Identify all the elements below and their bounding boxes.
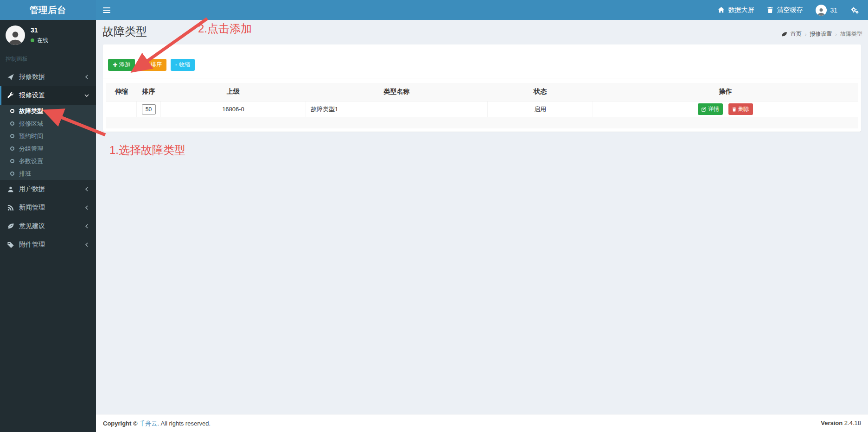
sort-value-input[interactable] (142, 104, 156, 114)
col-header-type-name: 类型名称 (306, 83, 488, 102)
app-logo[interactable]: 管理后台 (0, 0, 96, 20)
copyright-text: Copyright © 千舟云. All rights reserved. (103, 420, 211, 427)
sidebar-item-repair-settings[interactable]: 报修设置 (0, 86, 96, 105)
version-text: Version 2.4.18 (821, 419, 861, 426)
breadcrumb-separator: › (835, 32, 837, 37)
big-screen-link[interactable]: 数据大屏 (711, 0, 760, 20)
fault-type-table: 伸缩 排序 上级 类型名称 状态 操作 16806-0 (106, 83, 858, 128)
paper-plane-icon (7, 74, 14, 81)
edit-icon (702, 107, 706, 112)
sidebar-avatar (6, 25, 25, 45)
chevron-down-icon (83, 94, 90, 97)
fault-type-card: ✚ 添加 排序 - 收缩 伸缩 排序 (103, 44, 861, 132)
submenu-item-shift[interactable]: 排班 (0, 167, 96, 180)
submenu-item-repair-area[interactable]: 报修区域 (0, 117, 96, 130)
chevron-left-icon (83, 224, 90, 229)
big-screen-label: 数据大屏 (728, 6, 754, 14)
breadcrumb-section[interactable]: 报修设置 (810, 30, 832, 38)
brand-link[interactable]: 千舟云 (139, 420, 157, 427)
table-container: 伸缩 排序 上级 类型名称 状态 操作 16806-0 (103, 78, 861, 128)
table-row: 16806-0 故障类型1 启用 详情 删除 (106, 102, 858, 117)
circle-o-icon (10, 134, 14, 138)
main-header: 管理后台 数据大屏 清空缓存 31 (0, 0, 868, 20)
cell-stretch (106, 102, 137, 117)
chevron-left-icon (83, 75, 90, 79)
leaf-icon (7, 223, 14, 229)
submenu-item-param-settings[interactable]: 参数设置 (0, 155, 96, 167)
clear-cache-label: 清空缓存 (777, 6, 803, 14)
plus-icon: ✚ (113, 62, 117, 68)
navbar-right: 数据大屏 清空缓存 31 (711, 0, 865, 20)
user-avatar-icon (816, 5, 827, 16)
sort-button[interactable]: 排序 (139, 59, 166, 71)
sidebar: 31 在线 控制面板 报修数据 报修设置 故障类型 报修区域 预约时间 (0, 20, 96, 432)
sidebar-user-status: 在线 (31, 37, 48, 44)
hamburger-icon (103, 6, 110, 14)
trash-icon (767, 6, 773, 13)
tag-icon (7, 241, 14, 248)
delete-button[interactable]: 删除 (728, 103, 753, 115)
col-header-status: 状态 (488, 83, 593, 102)
card-toolbar: ✚ 添加 排序 - 收缩 (103, 44, 861, 78)
col-header-sort: 排序 (137, 83, 161, 102)
cell-sort (137, 102, 161, 117)
cell-parent: 16806-0 (161, 102, 306, 117)
circle-o-icon (10, 121, 14, 126)
sidebar-section-label: 控制面板 (0, 51, 96, 68)
wrench-icon (7, 92, 14, 99)
cell-actions: 详情 删除 (593, 102, 858, 117)
trash-icon (732, 107, 736, 112)
chevron-left-icon (83, 205, 90, 210)
sidebar-item-user-data[interactable]: 用户数据 (0, 180, 96, 198)
circle-o-icon (10, 146, 14, 151)
settings-menu[interactable] (844, 0, 865, 20)
sidebar-item-attachment-manage[interactable]: 附件管理 (0, 235, 96, 254)
tag-icon (144, 62, 149, 67)
add-button[interactable]: ✚ 添加 (108, 59, 135, 71)
breadcrumb: 首页 › 报修设置 › 故障类型 (781, 30, 862, 38)
col-header-actions: 操作 (593, 83, 858, 102)
sidebar-item-feedback[interactable]: 意见建议 (0, 217, 96, 235)
content-area: 故障类型 首页 › 报修设置 › 故障类型 ✚ 添加 排序 - 收缩 (96, 20, 868, 414)
online-dot-icon (31, 38, 34, 42)
top-navbar: 数据大屏 清空缓存 31 (96, 0, 868, 20)
breadcrumb-home[interactable]: 首页 (791, 30, 802, 38)
sidebar-item-news-manage[interactable]: 新闻管理 (0, 198, 96, 217)
user-icon (7, 186, 14, 192)
detail-button[interactable]: 详情 (698, 103, 723, 115)
empty-stripe-row (106, 117, 858, 128)
submenu-item-booking-time[interactable]: 预约时间 (0, 130, 96, 142)
submenu-item-fault-type[interactable]: 故障类型 (0, 105, 96, 117)
submenu-item-group-manage[interactable]: 分组管理 (0, 142, 96, 155)
circle-o-icon (10, 172, 14, 176)
sidebar-user-name: 31 (31, 26, 48, 34)
repair-settings-submenu: 故障类型 报修区域 预约时间 分组管理 参数设置 排班 (0, 105, 96, 180)
col-header-parent: 上级 (161, 83, 306, 102)
table-header-row: 伸缩 排序 上级 类型名称 状态 操作 (106, 83, 858, 102)
breadcrumb-leaf-icon (781, 32, 787, 37)
breadcrumb-current: 故障类型 (840, 30, 862, 38)
sidebar-user-panel: 31 在线 (0, 20, 96, 51)
collapse-button[interactable]: - 收缩 (171, 59, 195, 71)
breadcrumb-separator: › (805, 32, 807, 37)
clear-cache-link[interactable]: 清空缓存 (760, 0, 809, 20)
cell-type-name: 故障类型1 (306, 102, 488, 117)
sidebar-toggle-button[interactable] (96, 0, 117, 20)
main-footer: Copyright © 千舟云. All rights reserved. Ve… (96, 414, 868, 432)
page-title: 故障类型 (102, 24, 147, 39)
chevron-left-icon (83, 187, 90, 191)
chevron-left-icon (83, 242, 90, 247)
minus-icon: - (175, 62, 177, 68)
sidebar-item-repair-data[interactable]: 报修数据 (0, 68, 96, 86)
cogs-icon (850, 6, 859, 14)
col-header-stretch: 伸缩 (106, 83, 137, 102)
home-icon (718, 6, 725, 13)
user-badge-label: 31 (830, 6, 837, 14)
cell-status: 启用 (488, 102, 593, 117)
circle-o-icon (10, 109, 14, 113)
rss-icon (7, 204, 14, 211)
user-menu[interactable]: 31 (809, 0, 844, 20)
circle-o-icon (10, 159, 14, 163)
